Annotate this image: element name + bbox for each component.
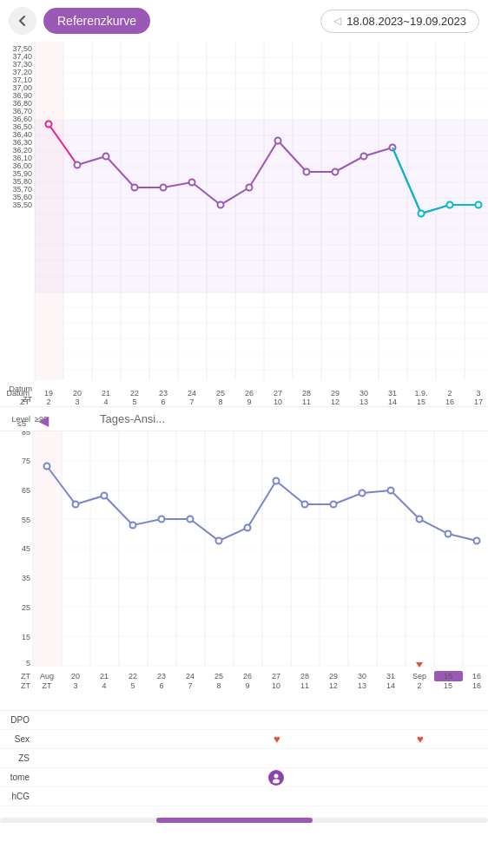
sex-heart-1: ♥ xyxy=(274,733,280,746)
svg-point-45 xyxy=(218,202,224,208)
svg-point-53 xyxy=(447,202,453,208)
referenz-button[interactable]: Referenzkurve xyxy=(43,8,150,34)
svg-point-139 xyxy=(359,490,366,496)
svg-text:25: 25 xyxy=(216,389,225,398)
svg-text:17: 17 xyxy=(474,398,483,406)
svg-text:22: 22 xyxy=(129,672,137,681)
svg-marker-158 xyxy=(416,662,423,667)
scrollbar-track[interactable] xyxy=(0,818,488,823)
tome-person-icon xyxy=(268,770,284,786)
svg-text:ZT: ZT xyxy=(43,681,52,690)
svg-point-135 xyxy=(245,525,251,531)
svg-text:75: 75 xyxy=(22,457,30,465)
svg-point-54 xyxy=(476,202,482,208)
svg-text:3: 3 xyxy=(476,389,480,398)
svg-text:8: 8 xyxy=(216,681,221,690)
back-button[interactable] xyxy=(9,7,36,35)
level-le5: ≤5 xyxy=(17,419,26,428)
svg-text:31: 31 xyxy=(388,389,397,398)
svg-text:ZT: ZT xyxy=(21,681,30,690)
svg-text:55: 55 xyxy=(22,516,30,524)
svg-point-141 xyxy=(417,516,423,523)
svg-point-52 xyxy=(419,211,425,217)
svg-text:2: 2 xyxy=(46,398,50,406)
svg-text:19: 19 xyxy=(44,389,53,398)
zs-cells xyxy=(33,749,488,767)
svg-text:16: 16 xyxy=(472,681,481,690)
svg-point-49 xyxy=(333,169,339,175)
svg-text:16: 16 xyxy=(445,398,454,406)
zt-label-top: ZT xyxy=(0,395,35,404)
svg-text:25: 25 xyxy=(214,672,223,681)
svg-text:16: 16 xyxy=(472,672,481,681)
svg-text:Sep: Sep xyxy=(412,672,426,681)
zs-label: ZS xyxy=(0,753,33,763)
svg-point-143 xyxy=(474,538,480,544)
svg-point-130 xyxy=(102,493,108,499)
svg-text:30: 30 xyxy=(359,389,368,398)
date-range-arrow-icon: ◁ xyxy=(333,15,341,27)
svg-text:2: 2 xyxy=(417,681,421,690)
svg-text:10: 10 xyxy=(272,681,280,690)
left-arrow-button[interactable]: ◀ xyxy=(38,412,49,429)
level-label: Level xyxy=(0,415,33,424)
svg-text:14: 14 xyxy=(388,398,397,406)
svg-point-142 xyxy=(445,531,452,537)
svg-text:9: 9 xyxy=(247,398,251,406)
lower-panel: Level ≥95 ≤5 ◀ Tages-Ansi... xyxy=(0,406,488,832)
svg-text:30: 30 xyxy=(358,672,366,681)
svg-text:5: 5 xyxy=(130,681,135,690)
svg-point-43 xyxy=(161,185,167,191)
svg-text:11: 11 xyxy=(302,398,311,406)
svg-point-41 xyxy=(103,154,109,160)
svg-text:10: 10 xyxy=(274,398,282,406)
svg-text:31: 31 xyxy=(386,672,395,681)
svg-text:20: 20 xyxy=(73,389,82,398)
svg-text:Aug: Aug xyxy=(40,672,54,681)
svg-point-129 xyxy=(73,502,79,508)
svg-text:15: 15 xyxy=(444,681,452,690)
svg-point-40 xyxy=(75,162,81,168)
lower-chart-svg: 85 75 65 55 45 35 25 15 5 Aug 20 21 22 2… xyxy=(0,431,488,692)
svg-text:20: 20 xyxy=(71,672,80,681)
svg-point-180 xyxy=(274,773,279,778)
svg-text:3: 3 xyxy=(73,681,77,690)
svg-text:27: 27 xyxy=(274,389,282,398)
svg-text:4: 4 xyxy=(103,398,108,406)
svg-point-46 xyxy=(247,185,253,191)
dpo-cells xyxy=(33,711,488,729)
top-chart-svg: 19 20 21 22 23 24 25 26 27 28 29 30 31 1… xyxy=(35,42,488,406)
tages-ansi-label: Tages-Ansi... xyxy=(100,412,165,425)
svg-text:12: 12 xyxy=(331,398,340,406)
back-icon xyxy=(16,15,29,27)
dpo-label: DPO xyxy=(0,715,33,725)
date-range-selector[interactable]: ◁ 18.08.2023~19.09.2023 xyxy=(320,10,479,33)
svg-point-137 xyxy=(302,502,308,508)
hcg-label: hCG xyxy=(0,792,33,801)
svg-text:28: 28 xyxy=(302,389,311,398)
svg-text:5: 5 xyxy=(26,659,30,667)
zs-row: ZS xyxy=(0,749,488,768)
y-axis-top: 37,50 37,40 37,30 37,20 37,10 37,00 36,9… xyxy=(0,42,35,406)
svg-text:4: 4 xyxy=(102,681,106,690)
svg-text:25: 25 xyxy=(22,603,30,612)
data-rows-section: DPO Sex ♥ ♥ ZS tome xyxy=(0,710,488,823)
hcg-row: hCG xyxy=(0,787,488,806)
svg-point-131 xyxy=(130,523,136,529)
hcg-cells xyxy=(33,787,488,806)
scrollbar-thumb[interactable] xyxy=(156,818,313,823)
svg-text:27: 27 xyxy=(272,672,280,681)
svg-text:24: 24 xyxy=(186,672,195,681)
svg-rect-38 xyxy=(35,120,488,293)
svg-text:23: 23 xyxy=(159,389,168,398)
tome-row: tome xyxy=(0,768,488,787)
svg-point-47 xyxy=(275,138,281,144)
svg-text:13: 13 xyxy=(358,681,366,690)
svg-text:22: 22 xyxy=(130,389,139,398)
svg-text:29: 29 xyxy=(331,389,340,398)
svg-point-50 xyxy=(361,154,367,160)
svg-text:1.9.: 1.9. xyxy=(414,389,427,398)
header: Referenzkurve ◁ 18.08.2023~19.09.2023 xyxy=(0,0,488,42)
dpo-row: DPO xyxy=(0,711,488,730)
svg-text:23: 23 xyxy=(157,672,166,681)
